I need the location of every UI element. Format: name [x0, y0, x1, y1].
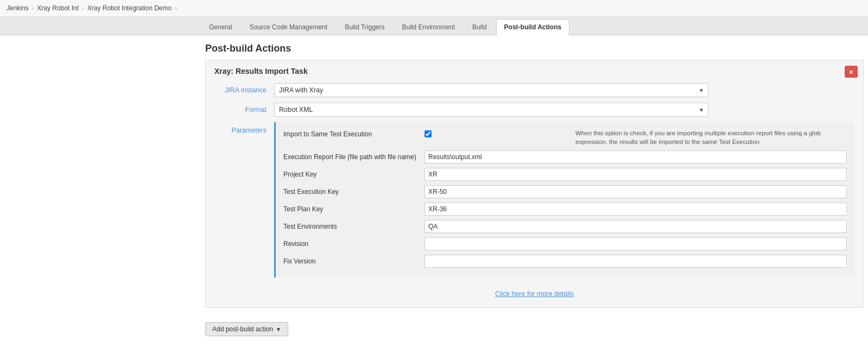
- task-card: Xray: Results Import Task × JIRA Instanc…: [205, 60, 864, 308]
- test-environments-row: Test Environments: [283, 220, 847, 233]
- project-key-input[interactable]: [425, 168, 847, 181]
- project-key-row: Project Key: [283, 168, 847, 181]
- fix-version-label: Fix Version: [283, 255, 425, 265]
- format-select[interactable]: Robot XML: [274, 103, 708, 117]
- jira-instance-select-wrap: JIRA with Xray: [274, 83, 708, 97]
- execution-report-row: Execution Report File (file path with fi…: [283, 150, 847, 163]
- test-environments-value: [425, 220, 847, 233]
- test-plan-key-input[interactable]: [425, 203, 847, 216]
- test-execution-key-label: Test Execution Key: [283, 185, 425, 196]
- breadcrumb: Jenkins › Xray Robot Int › Xray Robot In…: [0, 0, 868, 17]
- breadcrumb-xray-robot-int[interactable]: Xray Robot Int: [37, 4, 79, 12]
- execution-report-input[interactable]: [425, 150, 847, 163]
- breadcrumb-jenkins[interactable]: Jenkins: [7, 4, 29, 12]
- details-link-row: Click here for more details: [214, 282, 854, 301]
- breadcrumb-sep-3: ›: [175, 5, 177, 11]
- details-link[interactable]: Click here for more details: [495, 290, 574, 298]
- test-plan-key-value: [425, 203, 847, 216]
- tab-build[interactable]: Build: [464, 19, 495, 35]
- add-post-build-action-button[interactable]: Add post-build action ▼: [205, 322, 288, 336]
- jira-instance-label: JIRA Instance: [214, 86, 274, 94]
- execution-report-value: [425, 150, 847, 163]
- import-same-execution-hint: When this option is check, if you are im…: [575, 128, 847, 146]
- revision-input[interactable]: [425, 237, 847, 250]
- test-plan-key-label: Test Plan Key: [283, 203, 425, 213]
- tab-post-build-actions[interactable]: Post-build Actions: [496, 19, 570, 35]
- test-plan-key-row: Test Plan Key: [283, 203, 847, 216]
- execution-report-label: Execution Report File (file path with fi…: [283, 150, 425, 161]
- test-execution-key-value: [425, 185, 847, 198]
- import-same-execution-value: [425, 128, 575, 139]
- add-post-build-action-label: Add post-build action: [212, 325, 273, 333]
- breadcrumb-sep-1: ›: [32, 5, 34, 11]
- dropdown-caret-icon: ▼: [276, 326, 281, 332]
- breadcrumb-xray-robot-integration-demo[interactable]: Xray Robot Integration Demo: [87, 4, 172, 12]
- fix-version-input[interactable]: [425, 255, 847, 268]
- breadcrumb-sep-2: ›: [82, 5, 84, 11]
- close-button[interactable]: ×: [845, 66, 858, 78]
- revision-value: [425, 237, 847, 250]
- parameters-section: Parameters Import to Same Test Execution…: [214, 122, 854, 278]
- test-execution-key-row: Test Execution Key: [283, 185, 847, 198]
- format-label: Format: [214, 106, 274, 114]
- revision-label: Revision: [283, 237, 425, 248]
- task-title: Xray: Results Import Task: [214, 67, 854, 76]
- fix-version-value: [425, 255, 847, 268]
- tab-build-triggers[interactable]: Build Triggers: [337, 19, 392, 35]
- parameters-content: Import to Same Test Execution When this …: [274, 122, 854, 278]
- revision-row: Revision: [283, 237, 847, 250]
- main-content: Post-build Actions Xray: Results Import …: [0, 35, 868, 346]
- tab-general[interactable]: General: [201, 19, 240, 35]
- test-environments-input[interactable]: [425, 220, 847, 233]
- fix-version-row: Fix Version: [283, 255, 847, 268]
- project-key-value: [425, 168, 847, 181]
- import-same-execution-label: Import to Same Test Execution: [283, 128, 425, 138]
- format-row: Format Robot XML: [214, 103, 854, 117]
- parameters-label: Parameters: [214, 122, 274, 278]
- format-control: Robot XML: [274, 103, 708, 117]
- tab-source-code-management[interactable]: Source Code Management: [242, 19, 335, 35]
- import-same-execution-checkbox[interactable]: [425, 130, 432, 137]
- project-key-label: Project Key: [283, 168, 425, 178]
- jira-instance-select[interactable]: JIRA with Xray: [274, 83, 708, 97]
- jira-instance-row: JIRA Instance JIRA with Xray: [214, 83, 854, 97]
- jira-instance-control: JIRA with Xray: [274, 83, 708, 97]
- import-same-execution-row: Import to Same Test Execution When this …: [283, 128, 847, 146]
- tab-build-environment[interactable]: Build Environment: [394, 19, 463, 35]
- bottom-bar: Add post-build action ▼: [201, 317, 868, 342]
- test-execution-key-input[interactable]: [425, 185, 847, 198]
- tabs-bar: General Source Code Management Build Tri…: [0, 17, 868, 35]
- format-select-wrap: Robot XML: [274, 103, 708, 117]
- page-title: Post-build Actions: [201, 35, 868, 60]
- test-environments-label: Test Environments: [283, 220, 425, 230]
